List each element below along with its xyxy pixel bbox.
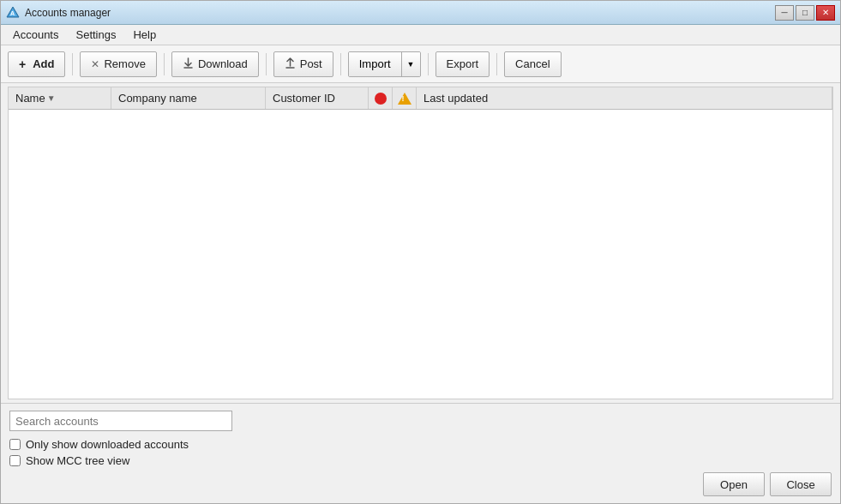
column-header-company: Company name: [111, 87, 266, 109]
main-window: A Accounts manager ─ □ ✕ Accounts Settin…: [0, 0, 841, 504]
remove-label: Remove: [104, 57, 145, 70]
mcc-tree-checkbox[interactable]: [9, 455, 21, 466]
post-button[interactable]: Post: [273, 51, 333, 77]
separator-2: [164, 53, 165, 75]
menubar: Accounts Settings Help: [1, 25, 840, 45]
import-split-button: Import ▼: [348, 51, 421, 77]
mcc-tree-label[interactable]: Show MCC tree view: [26, 454, 129, 467]
add-label: Add: [33, 57, 54, 70]
download-label: Download: [198, 57, 248, 70]
restore-button[interactable]: □: [796, 5, 814, 21]
error-status-icon: [375, 93, 387, 105]
table-header: Name ▼ Company name Customer ID Last upd…: [9, 87, 832, 110]
toolbar: +Add ✕ Remove Download: [1, 45, 840, 83]
column-header-status-warning: [393, 87, 417, 109]
bottom-panel: Only show downloaded accounts Show MCC t…: [1, 403, 840, 503]
chevron-down-icon: ▼: [407, 60, 415, 69]
menu-help[interactable]: Help: [124, 27, 165, 43]
search-input[interactable]: [9, 411, 232, 431]
export-button[interactable]: Export: [436, 51, 490, 77]
cancel-button[interactable]: Cancel: [504, 51, 561, 77]
search-row: [9, 411, 832, 431]
import-dropdown-button[interactable]: ▼: [402, 52, 420, 76]
checkbox-downloaded-row: Only show downloaded accounts: [9, 438, 832, 451]
column-header-status-error: [369, 87, 393, 109]
table-body[interactable]: [9, 110, 832, 399]
app-icon: A: [6, 6, 20, 20]
only-downloaded-checkbox[interactable]: [9, 439, 21, 450]
remove-button[interactable]: ✕ Remove: [80, 51, 156, 77]
separator-1: [72, 53, 73, 75]
cancel-label: Cancel: [515, 57, 550, 70]
separator-6: [496, 53, 497, 75]
add-button[interactable]: +Add: [8, 51, 65, 77]
remove-x-icon: ✕: [91, 58, 99, 70]
window-controls: ─ □ ✕: [775, 5, 835, 21]
separator-4: [340, 53, 341, 75]
post-label: Post: [300, 57, 322, 70]
import-label: Import: [359, 57, 391, 70]
checkbox-mcc-row: Show MCC tree view: [9, 454, 832, 467]
open-button[interactable]: Open: [703, 472, 765, 496]
accounts-table: Name ▼ Company name Customer ID Last upd…: [8, 87, 833, 399]
menu-settings[interactable]: Settings: [67, 27, 124, 43]
column-header-last-updated: Last updated: [417, 87, 832, 109]
bottom-buttons: Open Close: [9, 472, 832, 496]
close-button[interactable]: Close: [770, 472, 832, 496]
plus-icon: +: [19, 57, 26, 71]
download-icon: [183, 57, 194, 71]
minimize-button[interactable]: ─: [775, 5, 794, 21]
menu-accounts[interactable]: Accounts: [4, 27, 67, 43]
titlebar: A Accounts manager ─ □ ✕: [1, 1, 840, 25]
separator-3: [266, 53, 267, 75]
column-header-customerid: Customer ID: [266, 87, 369, 109]
import-button[interactable]: Import: [349, 52, 402, 76]
post-icon: [285, 57, 296, 71]
close-window-button[interactable]: ✕: [816, 5, 835, 21]
window-title: Accounts manager: [25, 7, 775, 19]
sort-icon: ▼: [47, 93, 56, 103]
svg-text:A: A: [10, 10, 15, 16]
download-button[interactable]: Download: [171, 51, 259, 77]
separator-5: [428, 53, 429, 75]
column-header-name: Name ▼: [9, 87, 111, 109]
only-downloaded-label[interactable]: Only show downloaded accounts: [26, 438, 189, 451]
export-label: Export: [447, 57, 479, 70]
warning-status-icon: [398, 93, 411, 105]
